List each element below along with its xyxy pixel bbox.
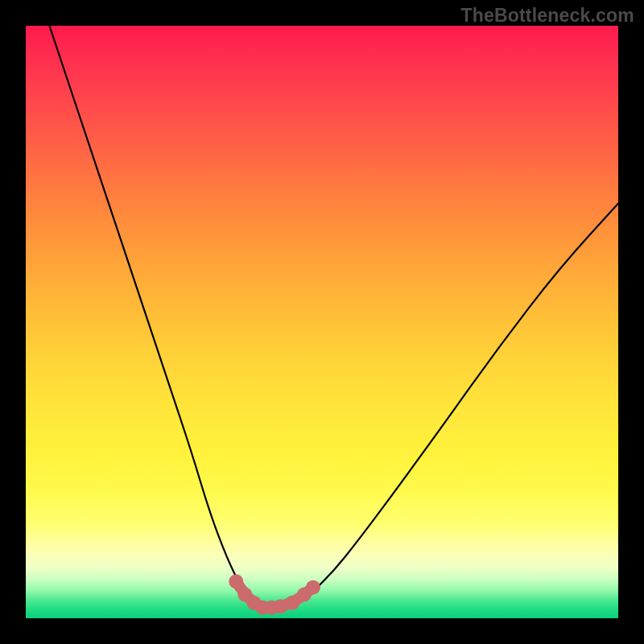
sweet-spot-point — [229, 574, 243, 588]
sweet-spot-markers — [229, 574, 320, 614]
bottleneck-curve — [49, 26, 618, 609]
chart-area — [26, 26, 618, 618]
plot-svg — [26, 26, 618, 618]
sweet-spot-point — [285, 596, 299, 610]
sweet-spot-point — [306, 580, 320, 595]
watermark-text: TheBottleneck.com — [460, 5, 634, 27]
